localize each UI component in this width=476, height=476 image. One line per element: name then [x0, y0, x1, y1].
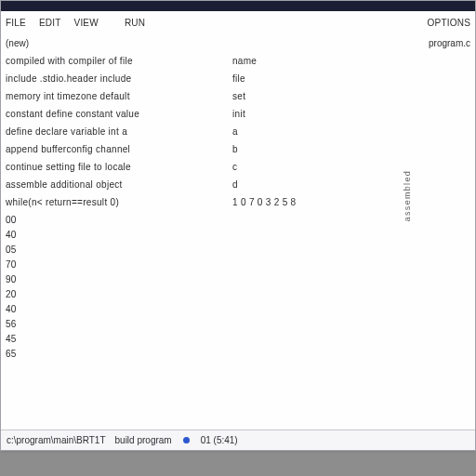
editor-body: compiled with compiler of filename inclu…: [1, 52, 475, 430]
editor-window: FILE EDIT VIEW RUN OPTIONS (new) program…: [0, 0, 476, 451]
status-bar: c:\program\main\BRT1T build program 01 (…: [1, 430, 475, 450]
code-line: compiled with compiler of filename: [6, 54, 475, 72]
code-line: memory int timezone defaultset: [6, 89, 475, 107]
status-right: 01 (5:41): [201, 435, 238, 445]
line-meta: a: [232, 125, 400, 139]
line-text: append bufferconfig channel: [6, 142, 229, 156]
gutter-number: 40: [6, 302, 475, 317]
status-mid: build program: [115, 435, 172, 445]
gutter-number: 05: [6, 243, 475, 258]
line-meta: 1 0 7 0 3 2 5 8: [232, 195, 400, 209]
status-path: c:\program\main\BRT1T: [7, 435, 106, 445]
sub-bar: (new) program.c: [1, 33, 475, 52]
code-line: append bufferconfig channelb: [6, 142, 475, 160]
menu-run[interactable]: RUN: [125, 18, 145, 28]
line-text: define declare variable int a: [6, 125, 229, 139]
line-text: while(n< return==result 0): [6, 195, 229, 209]
line-text: continue setting file to locale: [6, 160, 229, 174]
gutter-number: 90: [6, 272, 475, 287]
title-bar[interactable]: [1, 1, 475, 11]
side-label: assembled: [403, 170, 412, 221]
line-meta: d: [232, 178, 400, 192]
subbar-right: program.c: [429, 38, 470, 48]
line-meta: c: [232, 160, 400, 174]
gutter-number: 20: [6, 287, 475, 302]
menu-view[interactable]: VIEW: [74, 18, 99, 28]
code-line: include .stdio.header includefile: [6, 72, 475, 89]
line-text: memory int timezone default: [6, 89, 229, 103]
line-meta: name: [232, 54, 400, 68]
line-meta: b: [232, 142, 400, 156]
line-meta: file: [232, 72, 400, 86]
gutter-number: 40: [6, 228, 475, 243]
menu-bar: FILE EDIT VIEW RUN OPTIONS: [1, 11, 475, 33]
gutter-number: 56: [6, 317, 475, 332]
line-meta: set: [232, 89, 400, 103]
code-line: constant define constant valueinit: [6, 107, 475, 125]
line-text: constant define constant value: [6, 107, 229, 121]
line-text: compiled with compiler of file: [6, 54, 229, 68]
menu-options[interactable]: OPTIONS: [428, 18, 470, 28]
gutter-number: 45: [6, 332, 475, 347]
code-line: define declare variable int aa: [6, 125, 475, 142]
line-text: include .stdio.header include: [6, 72, 229, 86]
menu-edit[interactable]: EDIT: [39, 18, 61, 28]
line-meta: init: [232, 107, 400, 121]
menu-file[interactable]: FILE: [6, 18, 26, 28]
gutter-number: 70: [6, 258, 475, 272]
line-text: assemble additional object: [6, 178, 229, 192]
subbar-left: (new): [6, 38, 29, 48]
status-indicator-icon: [183, 437, 190, 443]
gutter-number: 65: [6, 347, 475, 362]
